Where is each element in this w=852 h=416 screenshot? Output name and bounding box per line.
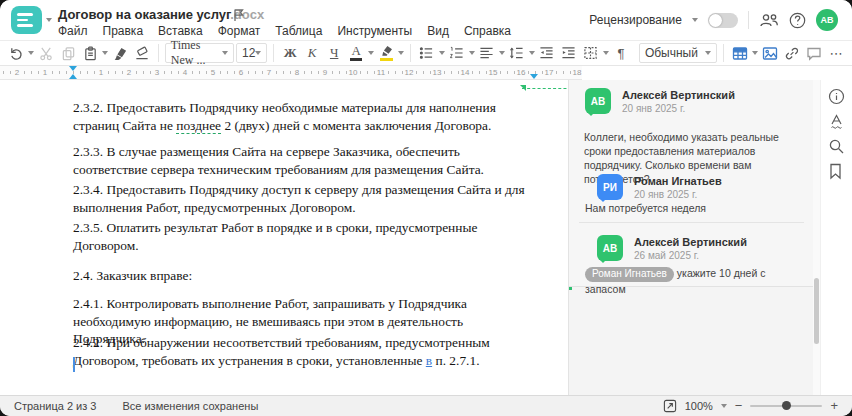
paragraph-2-4[interactable]: 2.4. Заказчик вправе: (73, 267, 537, 285)
favorite-flag-icon[interactable] (232, 8, 245, 22)
line-spacing-caret-icon[interactable] (529, 51, 535, 55)
comment-author-avatar: АВ (585, 88, 611, 114)
paste-button[interactable] (80, 42, 100, 64)
bullet-list-button[interactable] (417, 42, 437, 64)
bookmark-icon[interactable] (828, 163, 843, 180)
fit-width-icon[interactable] (663, 399, 677, 413)
paragraph-2-3-2[interactable]: 2.3.2. Предоставить Подрядчику необходим… (73, 99, 537, 134)
copy-button[interactable] (58, 42, 78, 64)
undo-button[interactable] (6, 42, 26, 64)
left-indent-marker[interactable] (69, 74, 77, 79)
paragraph-2-4-2[interactable]: 2.4.2. При обнаружении несоответствий тр… (73, 334, 537, 369)
ruler-tick (164, 71, 165, 74)
ruler-tick (66, 71, 67, 74)
ruler-tick (10, 71, 11, 74)
about-icon[interactable] (828, 88, 845, 105)
search-icon[interactable] (828, 138, 845, 155)
insert-table-button[interactable] (730, 42, 750, 64)
highlight-color-button[interactable] (376, 42, 396, 64)
help-icon[interactable] (789, 12, 806, 29)
document-page[interactable]: 2.3.2. Предоставить Подрядчику необходим… (14, 80, 568, 395)
bold-button[interactable]: Ж (280, 42, 300, 64)
zoom-in-button[interactable]: + (830, 401, 838, 411)
font-color-caret-icon[interactable] (368, 51, 374, 55)
highlight-color-caret-icon[interactable] (398, 51, 404, 55)
spellcheck-icon[interactable] (828, 113, 845, 130)
copy-style-button[interactable] (110, 42, 130, 64)
zoom-caret-icon[interactable] (721, 404, 727, 408)
insert-table-caret-icon[interactable] (752, 51, 758, 55)
paragraph-2-3-4[interactable]: 2.3.4. Предоставить Подрядчику доступ к … (73, 181, 537, 216)
paragraph-style-select[interactable]: Обычный (639, 43, 717, 63)
ruler-number: 3 (155, 68, 159, 77)
p1-commented-text[interactable]: позднее (176, 118, 221, 134)
ruler-tick (276, 71, 277, 74)
align-caret-icon[interactable] (499, 51, 505, 55)
ruler-tick (318, 71, 319, 74)
right-indent-marker[interactable] (530, 74, 538, 79)
ruler-horizontal[interactable]: 21123456789101112131415161718 (0, 66, 582, 80)
ruler-number: 5 (211, 68, 215, 77)
menu-file[interactable]: Файл (58, 24, 88, 38)
menu-bar: Файл Правка Вставка Формат Таблица Инстр… (58, 24, 511, 38)
insert-link-button[interactable] (782, 42, 802, 64)
font-name-select[interactable]: Times New ... (165, 43, 234, 63)
zoom-out-button[interactable]: − (735, 401, 743, 411)
page-indicator[interactable]: Страница 2 из 3 (14, 400, 96, 412)
ruler-tick (108, 71, 109, 74)
user-avatar[interactable]: АВ (816, 9, 838, 31)
borders-caret-icon[interactable] (603, 51, 609, 55)
clear-style-button[interactable] (132, 42, 152, 64)
menu-help[interactable]: Справка (464, 24, 511, 38)
line-spacing-button[interactable] (507, 42, 527, 64)
more-tools-button[interactable]: ⋯ (826, 42, 846, 64)
insert-image-button[interactable] (760, 42, 780, 64)
mention-chip[interactable]: Роман Игнатьев (585, 267, 674, 282)
app-logo-icon[interactable] (11, 6, 42, 34)
numbered-list-caret-icon[interactable] (469, 51, 475, 55)
comment-author-name: Алексей Вертинский (622, 89, 735, 101)
vertical-scrollbar[interactable] (813, 80, 820, 395)
align-left-button[interactable] (477, 42, 497, 64)
increase-indent-button[interactable] (559, 42, 579, 64)
collaborators-icon[interactable] (759, 12, 779, 28)
borders-button[interactable] (581, 42, 601, 64)
cut-button[interactable] (36, 42, 56, 64)
ruler-tick (52, 71, 53, 74)
review-mode-label[interactable]: Рецензирование (589, 13, 682, 27)
paste-dropdown-caret-icon[interactable] (102, 51, 108, 55)
ruler-tick (283, 71, 284, 74)
font-color-letter: А (351, 45, 360, 56)
zoom-slider[interactable] (750, 405, 822, 407)
menu-insert[interactable]: Вставка (158, 24, 203, 38)
bullet-list-caret-icon[interactable] (439, 51, 445, 55)
font-size-select[interactable]: 12 (236, 43, 267, 63)
logo-dropdown-caret-icon[interactable] (46, 18, 52, 22)
comment-thread[interactable]: АВ Алексей Вертинский 20 янв 2025 г. Кол… (569, 80, 814, 287)
menu-table[interactable]: Таблица (275, 24, 322, 38)
menu-tools[interactable]: Инструменты (337, 24, 412, 38)
ruler-tick (59, 71, 60, 74)
italic-button[interactable]: К (302, 42, 322, 64)
decrease-indent-button[interactable] (537, 42, 557, 64)
paragraph-2-3-5[interactable]: 2.3.5. Оплатить результат Работ в порядк… (73, 219, 537, 254)
show-paragraph-marks-button[interactable]: ¶ (611, 42, 631, 64)
paragraph-2-3-3[interactable]: 2.3.3. В случае размещения Сайта на серв… (73, 143, 537, 178)
ruler-number: 2 (15, 68, 19, 77)
review-toggle[interactable] (708, 13, 738, 28)
ruler-tick (402, 71, 403, 74)
zoom-slider-knob[interactable] (782, 401, 791, 410)
menu-view[interactable]: Вид (427, 24, 449, 38)
scrollbar-thumb[interactable] (814, 278, 819, 344)
zoom-value[interactable]: 100% (685, 400, 713, 412)
zoom-controls: 100% − + (663, 399, 838, 413)
underline-button[interactable]: Ч (324, 42, 344, 64)
undo-dropdown-caret-icon[interactable] (28, 51, 34, 55)
menu-format[interactable]: Формат (218, 24, 261, 38)
menu-edit[interactable]: Правка (103, 24, 144, 38)
insert-comment-button[interactable] (804, 42, 824, 64)
review-dropdown-caret-icon[interactable] (692, 18, 698, 22)
ruler-tick (374, 71, 375, 74)
font-color-button[interactable]: А (346, 42, 366, 64)
numbered-list-button[interactable] (447, 42, 467, 64)
